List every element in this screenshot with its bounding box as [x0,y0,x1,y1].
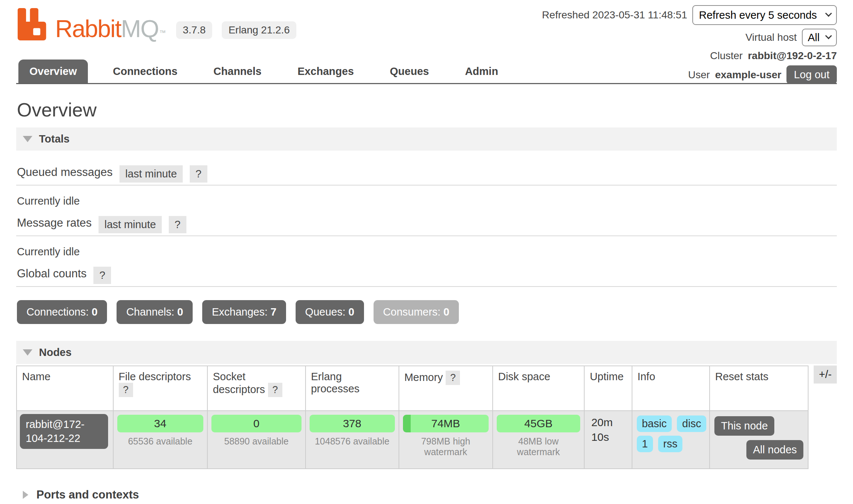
connections-count-button[interactable]: Connections:0 [17,300,107,324]
col-header-socket-descriptors: Socket descriptors ? [207,366,306,411]
rates-help-icon[interactable]: ? [169,216,186,233]
proc-available-text: 1048576 available [309,436,396,447]
node-row: rabbit@172-104-212-22 34 65536 available… [17,411,808,469]
exchanges-count-button[interactable]: Exchanges:7 [202,300,286,324]
user-name: example-user [715,69,782,81]
reset-this-node-button[interactable]: This node [714,416,774,436]
connections-count-value: 0 [92,306,97,318]
queues-count-button[interactable]: Queues:0 [296,300,364,324]
global-counts-heading: Global counts ? [16,265,837,287]
memory-cell: 74MB 798MB high watermark [399,411,493,469]
global-counts-help-icon[interactable]: ? [93,267,111,284]
collapsed-sections: Ports and contexts Export definitions Im… [16,488,837,504]
stats-count-badge: 1 [637,436,653,452]
exchanges-count-label: Exchanges: [212,306,268,318]
col-header-memory: Memory ? [399,366,493,411]
sd-usage-bar: 0 [211,415,301,432]
consumers-count-value: 0 [443,306,449,318]
rates-idle-status: Currently idle [17,246,837,258]
disk-usage-bar: 45GB [497,415,580,432]
reset-this-node-line: This node [714,416,805,436]
queued-help-icon[interactable]: ? [190,165,207,183]
fd-help-icon[interactable]: ? [119,383,133,397]
rabbitmq-logo[interactable]: RabbitMQ™ [16,8,165,40]
tab-channels[interactable]: Channels [203,60,273,83]
tab-admin[interactable]: Admin [454,60,509,83]
disk-space-cell: 45GB 48MB low watermark [493,411,584,469]
file-descriptors-label: File descriptors [119,371,191,382]
socket-descriptors-cell: 0 58890 available [207,411,306,469]
fd-available-text: 65536 available [117,436,204,447]
col-header-disk-space: Disk space [493,366,584,411]
collapse-triangle-icon [23,349,32,356]
memory-help-icon[interactable]: ? [446,371,460,385]
sd-help-icon[interactable]: ? [268,383,282,397]
vhost-select-wrap: All [802,29,837,46]
channels-count-button[interactable]: Channels:0 [117,300,193,324]
tab-queues[interactable]: Queues [379,60,440,83]
queued-range-badge[interactable]: last minute [119,165,183,183]
nodes-section-header[interactable]: Nodes [16,341,837,364]
queues-count-label: Queues: [305,306,346,318]
col-header-name: Name [17,366,113,411]
virtual-host-label: Virtual host [745,32,797,43]
wordmark-mq: MQ [121,15,158,42]
tab-exchanges[interactable]: Exchanges [286,60,365,83]
page-title: Overview [17,99,837,121]
tab-connections[interactable]: Connections [102,60,189,83]
nodes-table-header-row: Name File descriptors ? Socket descripto… [17,366,808,411]
col-header-erlang-processes: Erlang processes [306,366,399,411]
col-header-file-descriptors: File descriptors ? [113,366,207,411]
uptime-seconds: 10s [588,429,628,443]
node-name-badge[interactable]: rabbit@172-104-212-22 [20,414,108,449]
rabbitmq-overview-page: RabbitMQ™ 3.7.8 Erlang 21.2.6 Refreshed … [0,0,853,504]
section-ports-and-contexts[interactable]: Ports and contexts [16,488,837,501]
nodes-table: Name File descriptors ? Socket descripto… [16,366,809,469]
exchanges-count-value: 7 [271,306,276,318]
top-bar: RabbitMQ™ 3.7.8 Erlang 21.2.6 Refreshed … [16,0,837,50]
expand-triangle-icon [23,491,28,499]
totals-section-header[interactable]: Totals [16,127,837,151]
col-header-reset-stats: Reset stats [710,366,808,411]
node-name-cell: rabbit@172-104-212-22 [17,411,113,469]
nodes-table-wrap: Name File descriptors ? Socket descripto… [16,366,837,469]
consumers-count-button[interactable]: Consumers:0 [374,300,459,324]
user-line: User example-user Log out [542,65,837,84]
refresh-select-wrap: Refresh every 5 seconds [692,5,837,25]
nodes-section-title: Nodes [39,346,72,359]
channels-count-value: 0 [177,306,183,318]
version-badges: 3.7.8 Erlang 21.2.6 [176,21,296,39]
queued-messages-title: Queued messages [17,166,113,179]
column-chooser-button[interactable]: +/- [814,366,837,384]
erlang-version-badge: Erlang 21.2.6 [222,21,296,39]
rabbitmq-icon [16,8,51,40]
rabbitmq-wordmark: RabbitMQ™ [55,17,165,40]
totals-section-title: Totals [39,133,69,145]
logout-button[interactable]: Log out [786,65,837,84]
reset-all-nodes-line: All nodes [713,440,803,460]
virtual-host-select[interactable]: All [802,29,837,46]
reset-all-nodes-button[interactable]: All nodes [746,440,803,460]
wordmark-rabbit: Rabbit [55,15,121,42]
refresh-interval-select[interactable]: Refresh every 5 seconds [692,5,837,25]
collapse-triangle-icon [23,136,32,142]
top-right-panel: Refreshed 2023-05-31 11:48:51 Refresh ev… [542,5,837,88]
proc-usage-bar: 378 [310,415,395,432]
socket-descriptors-label: Socket descriptors [213,371,265,395]
fd-usage-bar: 34 [117,415,203,432]
global-count-buttons: Connections:0 Channels:0 Exchanges:7 Que… [17,300,837,324]
user-label: User [688,69,710,81]
message-rates-heading: Message rates last minute ? [16,215,837,236]
memory-label: Memory [404,371,443,383]
rabbitmq-version-badge: 3.7.8 [176,21,212,39]
trademark-symbol: ™ [159,29,165,36]
uptime-minutes: 20m [588,414,628,429]
rates-range-badge[interactable]: last minute [99,216,162,233]
cluster-name: rabbit@192-0-2-17 [748,50,837,62]
sd-available-text: 58890 available [211,436,302,447]
reset-stats-cell: This node All nodes [710,411,808,469]
virtual-host-line: Virtual host All [542,29,837,46]
file-descriptors-cell: 34 65536 available [113,411,207,469]
connections-count-label: Connections: [26,306,89,318]
tab-overview[interactable]: Overview [18,60,88,83]
